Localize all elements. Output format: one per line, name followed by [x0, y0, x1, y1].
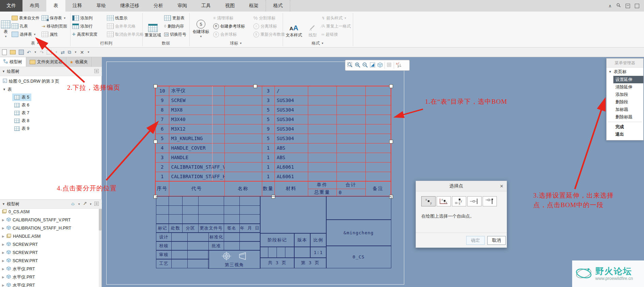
switch-symbol-button[interactable]: 15切换符号: [164, 31, 186, 38]
collapse-triangle-icon[interactable]: ▼: [2, 202, 5, 206]
repaint-icon[interactable]: [370, 62, 376, 69]
menu-item-delete-title[interactable]: 删除标题: [607, 113, 643, 121]
save-table-button[interactable]: 保存表▼: [42, 14, 66, 22]
selection-box-icon[interactable]: [47, 50, 52, 54]
expand-triangle-icon[interactable]: ▼: [3, 88, 6, 91]
open-file-icon[interactable]: [10, 50, 16, 54]
point-on-entity-vertical-button[interactable]: [483, 196, 497, 206]
update-table-button[interactable]: 更新表: [164, 14, 185, 22]
windows-caret-icon[interactable]: ▼: [74, 51, 77, 54]
point-absolute-button[interactable]: xy: [437, 196, 451, 206]
add-column-button[interactable]: 添加列: [72, 14, 93, 22]
scrollbar-thumb[interactable]: [99, 209, 101, 231]
tab-layout[interactable]: 布局: [22, 0, 46, 12]
tree-node-tables[interactable]: ▼ 表: [3, 86, 12, 93]
model-tree-item[interactable]: ▶SCREW.PRT: [2, 241, 38, 248]
menu-item-set-extent[interactable]: 设置延伸: [613, 76, 643, 83]
bom-table[interactable]: 10水平仪3/ 9SCREW3SUS304 8M3X85SUS304 7M3X4…: [155, 86, 391, 182]
add-row-button[interactable]: 添加行: [72, 22, 93, 30]
tools-hammer-icon[interactable]: [83, 202, 87, 207]
group-label-table[interactable]: 表▼: [0, 39, 70, 47]
tab-format[interactable]: 格式: [266, 0, 290, 12]
bom-row[interactable]: 10水平仪3/: [155, 86, 391, 96]
tab-analysis[interactable]: 分析: [146, 0, 170, 12]
create-balloon-button[interactable]: 5 创建球标 ▼: [190, 13, 212, 38]
settings-list-icon[interactable]: [94, 69, 99, 74]
undo-icon[interactable]: ↶: [27, 50, 31, 55]
delete-content-button[interactable]: ◊删除内容: [164, 22, 184, 30]
zoom-in-icon[interactable]: [355, 62, 361, 69]
bom-row[interactable]: 8M3X85SUS304: [155, 105, 391, 115]
selection-handle[interactable]: [253, 84, 257, 88]
selection-handle[interactable]: [154, 140, 157, 144]
tab-legacy-migration[interactable]: 继承迁移: [113, 0, 146, 12]
tab-favorites[interactable]: ★ 收藏夹: [66, 57, 92, 67]
group-label-format[interactable]: 格式▼: [283, 39, 353, 47]
menu-item-add-segment[interactable]: 添加段: [607, 91, 643, 98]
tab-frame[interactable]: 框架: [242, 0, 266, 12]
close-icon[interactable]: ✕: [497, 184, 507, 189]
bom-row[interactable]: 6M3X129SUS304: [155, 124, 391, 134]
bom-row[interactable]: 2CALIBRATION_STAFF_V1AL6061: [155, 162, 391, 172]
tree-item-table7[interactable]: 表 7: [12, 109, 31, 117]
tools-caret-icon[interactable]: ▼: [89, 203, 92, 206]
tree-item-table8[interactable]: 表 8: [12, 117, 31, 124]
cancel-button[interactable]: 取消: [487, 236, 506, 245]
tab-model-tree[interactable]: 模型树: [0, 57, 26, 67]
model-tree-scrollbar[interactable]: [99, 208, 101, 287]
bom-row[interactable]: 3HANDLE1ABS: [155, 153, 391, 162]
new-file-icon[interactable]: [2, 49, 7, 55]
search-icon[interactable]: [616, 3, 621, 9]
bom-row[interactable]: 4HANDLE_COVER1ABS: [155, 143, 391, 153]
point-on-entity-horizontal-button[interactable]: [467, 196, 482, 206]
bom-row[interactable]: 9SCREW3SUS304: [155, 96, 391, 105]
menu-item-add-title[interactable]: 加标题: [607, 106, 643, 113]
tab-annotate[interactable]: 注释: [65, 0, 89, 12]
model-tree-item[interactable]: ▶SCREW.PRT: [2, 249, 38, 256]
bom-row[interactable]: 1CALIBRATION_STAFF_H1AL6061: [155, 172, 391, 181]
quickbar-customize-icon[interactable]: ▼: [87, 51, 90, 54]
filter-caret-icon[interactable]: ▼: [78, 203, 80, 206]
model-tree-item[interactable]: ▶CALIBRATION_STAFF_H.PRT: [2, 224, 71, 232]
tab-view[interactable]: 视图: [218, 0, 242, 12]
filter-icon[interactable]: [70, 202, 75, 206]
dialog-titlebar[interactable]: 选择点 ✕: [416, 181, 507, 191]
close-window-icon[interactable]: ✕: [80, 50, 84, 55]
tab-folder-browser[interactable]: 文件夹浏览器: [26, 57, 66, 67]
table-from-file-button[interactable]: 表来自文件: [12, 14, 40, 22]
menu-section-tab-pagination[interactable]: ▼表页标: [607, 68, 643, 76]
tab-review[interactable]: 审阅: [170, 0, 194, 12]
move-to-page-button[interactable]: ⇥移动到页面: [42, 22, 67, 30]
group-label-balloon[interactable]: 球标▼: [189, 39, 283, 47]
tab-table[interactable]: 表: [46, 0, 65, 12]
collapse-triangle-icon[interactable]: ▼: [2, 70, 5, 73]
model-tree-item[interactable]: ▶水平仪.PRT: [2, 265, 35, 273]
properties-button[interactable]: 属性: [42, 31, 58, 38]
model-tree-item[interactable]: ▶CALIBRATION_STAFF_V.PRT: [2, 216, 70, 224]
shade-view-icon[interactable]: [377, 62, 383, 69]
save-icon[interactable]: [19, 50, 24, 55]
select-table-button[interactable]: 选择表▼: [12, 31, 36, 38]
tree-item-table9[interactable]: 表 9: [12, 125, 31, 132]
model-tree-item[interactable]: ▶水平仪.PRT: [2, 282, 35, 287]
point-relative-button[interactable]: yx: [452, 196, 466, 206]
bom-header[interactable]: 序号 代号 名称 数量 材料 单件 合计 备注 总重量 0: [155, 181, 391, 197]
menu-item-delete-segment[interactable]: 删除段: [607, 98, 643, 106]
drawing-canvas[interactable]: x/y 10水平仪3/ 9SCREW3SUS304 8M3X85SUS304 7…: [102, 57, 644, 287]
tree-item-table5[interactable]: 表 5: [12, 94, 31, 101]
menu-item-quit[interactable]: 退出: [607, 131, 643, 138]
tree-item-sheet[interactable]: 绘图 0_CS.DRW 的第 3 页: [3, 78, 59, 85]
minimize-icon[interactable]: [626, 4, 630, 8]
bom-row[interactable]: 5M3_KNURLING5SUS304: [155, 134, 391, 143]
model-tree-item[interactable]: ▶HANDLE.ASM: [2, 233, 41, 240]
model-tree-item[interactable]: ▶SCREW.PRT: [2, 257, 38, 265]
model-tree-item[interactable]: ▶水平仪.PRT: [2, 273, 35, 281]
tree-columns-icon[interactable]: ⇄: [61, 50, 65, 55]
restore-icon[interactable]: [635, 4, 639, 8]
height-width-button[interactable]: ✛高度和宽度: [72, 31, 97, 38]
bom-row[interactable]: 7M3X405SUS304: [155, 115, 391, 124]
create-ref-balloon-button[interactable]: R创建参考球标: [213, 22, 245, 30]
datum-display-icon[interactable]: x/y: [395, 62, 402, 69]
menu-item-done[interactable]: 完成: [607, 123, 643, 131]
drawing-tree-header[interactable]: ▼ 绘图树 ▼: [0, 67, 106, 76]
